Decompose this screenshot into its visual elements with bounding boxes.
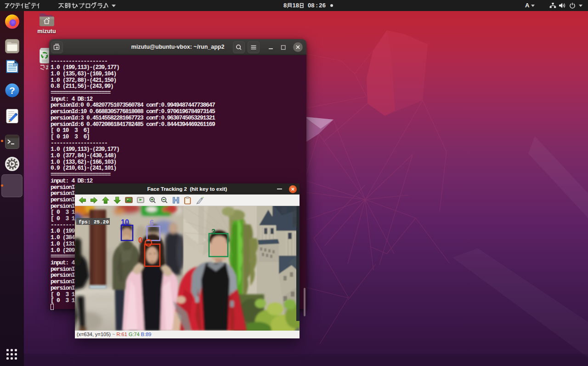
svg-text:6: 6	[150, 219, 154, 227]
svg-text:fps: 25.20: fps: 25.20	[79, 219, 109, 225]
svg-text:?: ?	[9, 85, 15, 96]
svg-text:0: 0	[138, 236, 142, 244]
svg-text:3: 3	[211, 228, 215, 236]
svg-text:10: 10	[121, 218, 129, 226]
